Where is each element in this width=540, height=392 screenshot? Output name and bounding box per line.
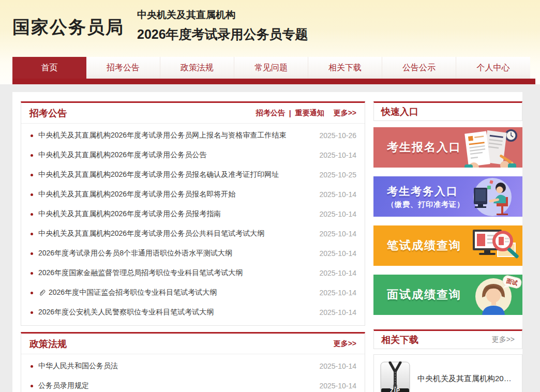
tab-important-notices[interactable]: 重要通知 <box>295 109 324 118</box>
nav-item-faq[interactable]: 常见问题 <box>234 57 308 79</box>
download-item[interactable]: ZIP 中央机关及其直属机构2026... <box>373 354 522 392</box>
page-title: 2026年度考试录用公务员专题 <box>137 26 308 43</box>
announcement-link[interactable]: 中央机关及其直属机构2026年度考试录用公务员报名即将开始 <box>38 190 312 199</box>
download-file-title[interactable]: 中央机关及其直属机构2026... <box>417 374 516 384</box>
bullet-icon <box>31 365 33 368</box>
list-item: 2026年度国家金融监督管理总局招考职位专业科目笔试考试大纲 2025-10-1… <box>29 263 356 283</box>
announcement-date: 2025-10-25 <box>319 171 356 179</box>
downloads-more-link[interactable]: 更多>> <box>492 335 515 344</box>
list-item: 2026年度考试录用公务员8个非通用语职位外语水平测试大纲 2025-10-14 <box>29 244 356 263</box>
bullet-icon <box>31 385 33 387</box>
banner-registration-entry[interactable]: 考生报名入口 <box>373 127 522 168</box>
nav-item-personal-center[interactable]: 个人中心 <box>456 57 530 79</box>
announcements-header-links: 招考公告 | 重要通知 更多>> <box>256 109 356 118</box>
announcement-date: 2025-10-14 <box>319 289 356 297</box>
quick-entry-title: 快速入口 <box>381 105 418 118</box>
policies-more-link[interactable]: 更多>> <box>334 339 356 349</box>
list-item: 2026年度公安机关人民警察职位专业科目笔试考试大纲 2025-10-14 <box>29 303 356 322</box>
banner-exam-affairs-sublabel: （缴费、打印准考证） <box>387 200 464 209</box>
announcements-list: 中央机关及其直属机构2026年度考试录用公务员网上报名与资格审查工作结束 202… <box>21 124 365 325</box>
announcement-date: 2025-10-26 <box>319 131 356 140</box>
quick-entry-titlebox: 快速入口 <box>373 101 522 121</box>
bullet-icon <box>31 292 33 294</box>
announcement-link[interactable]: 中央机关及其直属机构2026年度考试录用公务员报名确认及准考证打印网址 <box>38 170 312 179</box>
site-header: 国家公务员局 中央机关及其直属机构 2026年度考试录用公务员专题 首页 招考公… <box>0 0 540 84</box>
downloads-title: 相关下载 <box>381 334 418 346</box>
announcements-title: 招考公告 <box>29 107 67 119</box>
nav-item-announcements[interactable]: 招考公告 <box>86 57 160 79</box>
interview-score-illustration: 面试 <box>455 275 522 315</box>
list-item: 中华人民共和国公务员法 2025-10-14 <box>29 356 356 376</box>
nav-item-public-notices[interactable]: 公告公示 <box>382 57 456 79</box>
list-item: 中央机关及其直属机构2026年度考试录用公务员网上报名与资格审查工作结束 202… <box>29 126 356 145</box>
announcement-link[interactable]: 2026年度公安机关人民警察职位专业科目笔试考试大纲 <box>38 308 312 317</box>
announcement-date: 2025-10-14 <box>319 308 356 316</box>
bullet-icon <box>31 233 33 235</box>
announcement-link[interactable]: 2026年度考试录用公务员8个非通用语职位外语水平测试大纲 <box>38 249 312 258</box>
zip-file-icon: ZIP <box>380 361 410 392</box>
policies-title: 政策法规 <box>29 338 67 350</box>
banner-interview-score-label: 面试成绩查询 <box>387 287 461 303</box>
list-item: 中央机关及其直属机构2026年度考试录用公务员报名即将开始 2025-10-14 <box>29 185 356 204</box>
bullet-icon <box>31 252 33 255</box>
announcement-date: 2025-10-14 <box>319 151 356 159</box>
list-item: 中央机关及其直属机构2026年度考试录用公务员公共科目笔试考试大纲 2025-1… <box>29 224 356 244</box>
bullet-icon <box>31 193 33 196</box>
banner-written-score-inquiry[interactable]: 笔试成绩查询 <box>373 225 522 266</box>
announcement-date: 2025-10-14 <box>319 210 356 218</box>
announcement-link[interactable]: 中央机关及其直属机构2026年度考试录用公务员公告 <box>38 150 312 160</box>
announcement-date: 2025-10-14 <box>319 249 356 258</box>
banner-interview-score-inquiry[interactable]: 面试成绩查询 面试 <box>373 275 522 315</box>
banner-written-score-label: 笔试成绩查询 <box>387 238 461 253</box>
announcement-link[interactable]: 中央机关及其直属机构2026年度考试录用公务员报考指南 <box>38 209 312 219</box>
announcement-link[interactable]: 中央机关及其直属机构2026年度考试录用公务员网上报名与资格审查工作结束 <box>38 131 312 140</box>
list-item: 公务员录用规定 2025-10-14 <box>29 376 356 392</box>
zip-file-type-label: ZIP <box>380 387 410 392</box>
list-item: 中央机关及其直属机构2026年度考试录用公务员报名确认及准考证打印网址 2025… <box>29 165 356 185</box>
policy-link[interactable]: 公务员录用规定 <box>38 381 312 390</box>
sidebar: 快速入口 考生报名入口 <box>373 101 522 392</box>
nav-item-policies[interactable]: 政策法规 <box>160 57 234 79</box>
policies-header: 政策法规 更多>> <box>21 334 365 354</box>
policy-date: 2025-10-14 <box>319 382 356 390</box>
list-item: 中央机关及其直属机构2026年度考试录用公务员报考指南 2025-10-14 <box>29 204 356 224</box>
policy-date: 2025-10-14 <box>319 362 356 370</box>
banner-registration-label: 考生报名入口 <box>387 140 461 155</box>
bullet-icon <box>31 134 33 137</box>
announcement-link[interactable]: 2026年度中国证监会招考职位专业科目笔试考试大纲 <box>49 288 312 297</box>
paperclip-icon <box>38 289 46 297</box>
policies-panel: 政策法规 更多>> 中华人民共和国公务员法 2025-10-14 公务员录用规定… <box>21 332 365 392</box>
nav-item-home[interactable]: 首页 <box>12 57 86 79</box>
announcement-date: 2025-10-14 <box>319 269 356 277</box>
banner-exam-affairs-label: 考生考务入口 <box>387 184 464 199</box>
tab-separator: | <box>289 109 291 117</box>
bullet-icon <box>31 272 33 275</box>
announcements-more-link[interactable]: 更多>> <box>334 109 356 118</box>
policy-link[interactable]: 中华人民共和国公务员法 <box>38 361 312 371</box>
banner-exam-affairs-entry[interactable]: 考生考务入口 （缴费、打印准考证） <box>373 176 522 217</box>
nav-underline-bar <box>12 79 535 84</box>
policies-list: 中华人民共和国公务员法 2025-10-14 公务员录用规定 2025-10-1… <box>21 354 365 392</box>
announcements-header: 招考公告 招考公告 | 重要通知 更多>> <box>21 103 365 124</box>
list-item: 中央机关及其直属机构2026年度考试录用公务员公告 2025-10-14 <box>29 145 356 165</box>
topic-block: 中央机关及其直属机构 2026年度考试录用公务员专题 <box>137 8 308 43</box>
announcement-link[interactable]: 中央机关及其直属机构2026年度考试录用公务员公共科目笔试考试大纲 <box>38 229 312 238</box>
exam-affairs-illustration <box>460 176 522 217</box>
site-logo-text: 国家公务员局 <box>12 16 124 39</box>
announcement-link[interactable]: 2026年度国家金融监督管理总局招考职位专业科目笔试考试大纲 <box>38 268 312 278</box>
nav-item-downloads[interactable]: 相关下载 <box>308 57 382 79</box>
page: 国家公务员局 中央机关及其直属机构 2026年度考试录用公务员专题 首页 招考公… <box>0 0 540 392</box>
announcement-date: 2025-10-14 <box>319 190 356 199</box>
list-item: 2026年度中国证监会招考职位专业科目笔试考试大纲 2025-10-14 <box>29 283 356 303</box>
bullet-icon <box>31 154 33 157</box>
announcement-date: 2025-10-14 <box>319 230 356 238</box>
content-area: 招考公告 招考公告 | 重要通知 更多>> 中央机关及其直属机构2026年度考试… <box>12 92 522 392</box>
bullet-icon <box>31 213 33 216</box>
tab-announcements[interactable]: 招考公告 <box>256 109 285 118</box>
bullet-icon <box>31 311 33 314</box>
bullet-icon <box>31 174 33 176</box>
written-score-illustration <box>455 225 522 266</box>
announcements-panel: 招考公告 招考公告 | 重要通知 更多>> 中央机关及其直属机构2026年度考试… <box>21 101 365 326</box>
main-nav: 首页 招考公告 政策法规 常见问题 相关下载 公告公示 个人中心 <box>12 57 530 79</box>
topic-org-line: 中央机关及其直属机构 <box>137 8 308 22</box>
